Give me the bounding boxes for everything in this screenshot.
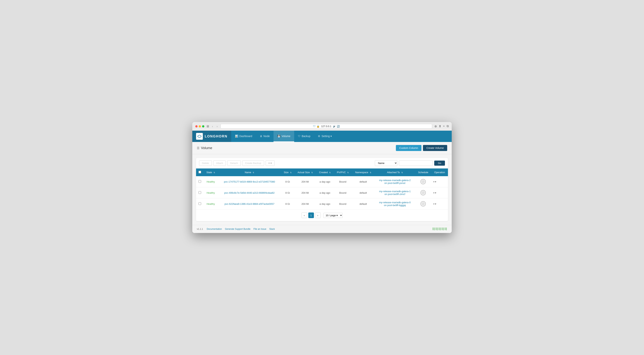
row1-name[interactable]: pvc-17475177-b019-4869-9cc2-e37194577080 [218,176,281,187]
nav-item-node[interactable]: 🖥 Node [256,131,274,142]
row2-schedule-icon[interactable] [420,190,426,195]
row2-pv-pvc: Bound [334,187,352,198]
row2-operation[interactable]: ≡ ▾ [431,187,448,198]
row3-name[interactable]: pvc-622faea9-1386-41e3-9884-e5f7acbe0057 [218,198,281,210]
pv-pvc-header[interactable]: PV/PVC ⇅ [334,168,352,176]
checkbox-header[interactable] [196,168,204,176]
row2-schedule[interactable] [415,187,431,198]
download-icon[interactable]: ⊕ [434,124,437,128]
row1-operation-button[interactable]: ≡ ▾ [433,180,436,183]
footer-chain-icons: ⛓⛓⛓⛓⛓ [432,227,447,231]
row3-schedule[interactable] [415,198,431,210]
created-header[interactable]: Created ⇅ [316,168,334,176]
volume-icon: 💾 [277,135,280,138]
nav-items: 📊 Dashboard 🖥 Node 💾 Volume 🛡 Backup ⚙ [231,131,336,142]
state-header[interactable]: State ⇅ [204,168,218,176]
filter-button[interactable]: ≡ ▾ [266,160,275,166]
delete-button[interactable]: Delete [199,160,212,166]
row1-schedule[interactable] [415,176,431,187]
row1-checkbox[interactable] [198,180,201,183]
nav-item-setting[interactable]: ⚙ Setting ▾ [314,131,335,142]
traffic-lights [195,125,204,128]
namespace-header[interactable]: Namespace ⇅ [352,168,375,176]
row1-name-link[interactable]: pvc-17475177-b019-4869-9cc2-e37194577080 [224,180,275,183]
nav-item-dashboard[interactable]: 📊 Dashboard [231,131,256,142]
name-header[interactable]: Name ⇅ [218,168,281,176]
row2-attached-to-line1[interactable]: my-release-mariadb-galera-1 [379,190,411,193]
support-bundle-link[interactable]: Generate Support Bundle [225,228,250,230]
current-page-button[interactable]: 1 [308,212,314,218]
row1-checkbox-cell[interactable] [196,176,204,187]
top-nav: LONGHORN 📊 Dashboard 🖥 Node 💾 Volume 🛡 [192,131,452,142]
maximize-button[interactable] [202,125,204,128]
row3-operation[interactable]: ≡ ▾ [431,198,448,210]
next-page-button[interactable]: › [315,212,321,218]
row3-name-link[interactable]: pvc-622faea9-1386-41e3-9884-e5f7acbe0057 [224,202,274,205]
custom-column-button[interactable]: Custom Column [396,145,422,151]
row2-name[interactable]: pvc-406c8c7e-5d0d-4440-a313-6686f4cdaa82 [218,187,281,198]
search-select[interactable]: Name State Namespace [375,160,398,166]
row1-state-badge: Healthy [206,180,215,183]
dashboard-icon: 📊 [235,135,238,138]
row3-operation-button[interactable]: ≡ ▾ [433,202,436,205]
row1-schedule-icon[interactable] [420,179,426,184]
search-input[interactable] [399,160,433,166]
size-header[interactable]: Size ⇅ [281,168,294,176]
row3-pv-pvc: Bound [334,198,352,210]
nav-item-backup[interactable]: 🛡 Backup [294,131,314,142]
scrollbar-area[interactable]: State ⇅ Name ⇅ Size ⇅ [196,168,448,209]
row1-pv-pvc: Bound [334,176,352,187]
slack-link[interactable]: Slack [269,228,275,230]
row3-attached-to-line1[interactable]: my-release-mariadb-galera-0 [379,201,411,204]
row1-attached-to: my-release-mariadb-galera-2 on pool-be9f… [375,176,415,187]
browser-window: ⊞ ‹ › 🛡 🔒 127.0.0.1 🔊 🔄 ⊕ ⬆ + ⧉ [192,122,452,233]
select-all-checkbox[interactable] [198,171,201,173]
back-button[interactable]: ‹ [211,124,214,128]
page-title: Volume [201,146,212,150]
row1-attached-to-line1[interactable]: my-release-mariadb-galera-2 [379,179,411,182]
attach-button[interactable]: Attach [213,160,226,166]
row2-attached-to-line2[interactable]: on pool-be9ff-zimcf [384,193,405,196]
nav-item-volume[interactable]: 💾 Volume [274,131,294,142]
backup-icon: 🛡 [298,135,300,138]
tabs-icon[interactable]: ⧉ [447,124,449,128]
attached-to-header[interactable]: Attached To ⇅ [375,168,415,176]
page-size-select[interactable]: 10 / page ▾ 20 / page 50 / page [323,213,343,218]
share-icon[interactable]: ⬆ [439,124,441,128]
nav-label-backup: Backup [302,135,310,138]
row2-operation-button[interactable]: ≡ ▾ [433,192,436,194]
create-volume-button[interactable]: Create Volume [423,145,447,151]
address-bar[interactable]: 🛡 🔒 127.0.0.1 🔊 🔄 [220,124,432,128]
main-content: Delete Attach Detach Create Backup ≡ ▾ N… [192,154,452,225]
file-issue-link[interactable]: File an Issue [254,228,266,230]
row2-checkbox[interactable] [198,191,201,194]
forward-button[interactable]: › [216,124,218,128]
sidebar-toggle-button[interactable]: ⊞ [206,124,209,128]
row1-operation[interactable]: ≡ ▾ [431,176,448,187]
create-backup-button[interactable]: Create Backup [242,160,264,166]
lock-icon: 🔒 [316,125,320,128]
documentation-link[interactable]: Documentation [207,228,222,230]
row3-size: 8 Gi [281,198,294,210]
detach-button[interactable]: Detach [227,160,240,166]
speaker-icon: 🔊 [333,125,336,128]
operation-header-label: Operation [434,171,445,174]
actual-size-header[interactable]: Actual Size ⇅ [294,168,316,176]
prev-page-button[interactable]: ‹ [302,212,307,218]
page-title-icon: ☰ [197,146,200,150]
close-button[interactable] [195,125,198,128]
row3-checkbox[interactable] [198,202,201,205]
table-row: Healthy pvc-17475177-b019-4869-9cc2-e371… [196,176,448,187]
new-tab-icon[interactable]: + [443,124,445,128]
row3-attached-to-line2[interactable]: on pool-be9ff-bgggq [384,204,406,207]
size-header-label: Size [284,171,288,174]
browser-actions: ⊕ ⬆ + ⧉ [434,124,449,128]
row2-namespace: default [352,187,375,198]
minimize-button[interactable] [199,125,201,128]
row3-checkbox-cell[interactable] [196,198,204,210]
row1-attached-to-line2[interactable]: on pool-be9ff-pxnut [384,182,406,184]
row2-checkbox-cell[interactable] [196,187,204,198]
row2-name-link[interactable]: pvc-406c8c7e-5d0d-4440-a313-6686f4cdaa82 [224,192,274,194]
go-button[interactable]: Go [434,160,445,166]
row3-schedule-icon[interactable] [420,201,426,206]
